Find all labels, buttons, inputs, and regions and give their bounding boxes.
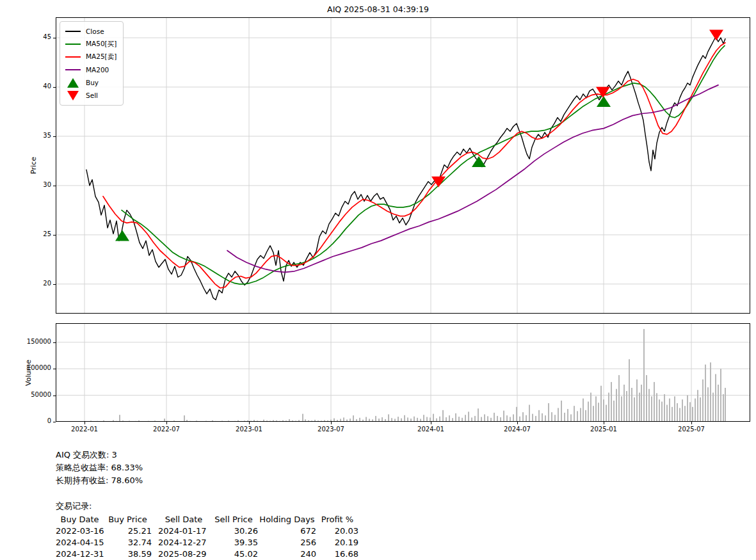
price-tick-mark — [53, 38, 56, 38]
volume-bar — [545, 415, 546, 422]
volume-bar — [548, 403, 549, 422]
volume-bar — [588, 402, 589, 422]
sell-triangle-icon — [65, 91, 81, 100]
volume-bar — [720, 369, 721, 422]
volume-bar — [542, 413, 543, 422]
volume-bar — [500, 417, 501, 422]
col-header-holding-days: Holding Days — [258, 514, 316, 525]
volume-bar — [623, 385, 625, 422]
price-tick-label: 25 — [18, 230, 51, 237]
sell-marker — [596, 87, 610, 98]
close-line-swatch-icon — [65, 31, 81, 32]
trades-table: Buy Date Buy Price Sell Date Sell Price … — [56, 514, 358, 560]
volume-bar — [494, 413, 495, 422]
volume-bar — [654, 382, 655, 422]
volume-bar — [600, 386, 602, 422]
trade-records-title: 交易记录: — [56, 500, 358, 513]
volume-bar — [608, 393, 609, 422]
volume-bar — [659, 399, 660, 422]
volume-bar — [656, 393, 657, 422]
x-tick-mark — [517, 422, 518, 424]
price-tick-label: 20 — [18, 280, 51, 287]
x-tick-label: 2023-01 — [229, 426, 269, 433]
volume-bar — [651, 396, 652, 422]
volume-bar — [639, 393, 640, 422]
volume-bar — [551, 412, 552, 422]
volume-bar — [631, 388, 632, 422]
price-tick-label: 30 — [18, 181, 51, 188]
volume-bar — [583, 399, 584, 422]
hold-return-line: 长期持有收益: 78.60% — [56, 474, 143, 487]
volume-bar — [516, 407, 517, 422]
volume-bar — [621, 396, 622, 422]
volume-bar — [702, 380, 704, 422]
buy-date-cell: 2024-04-15 — [56, 537, 104, 548]
price-tick-mark — [53, 186, 56, 186]
volume-bar — [577, 411, 578, 422]
volume-bar — [570, 414, 572, 422]
volume-bar — [641, 385, 642, 422]
volume-tick-label: 150000 — [18, 338, 51, 345]
trade-count-line: AIQ 交易次数: 3 — [56, 449, 143, 461]
volume-bar — [695, 399, 696, 422]
x-tick-label: 2022-01 — [64, 426, 105, 433]
ma25-line-swatch-icon — [65, 56, 81, 58]
volume-bar — [692, 407, 693, 422]
volume-bar — [616, 389, 617, 422]
volume-bar — [634, 397, 635, 422]
volume-tick-label: 50000 — [18, 391, 51, 398]
volume-bar — [666, 405, 668, 422]
volume-bar — [561, 401, 562, 422]
volume-bar — [388, 414, 389, 422]
volume-bar — [590, 393, 591, 422]
volume-bar — [723, 394, 724, 422]
x-tick-mark — [166, 422, 167, 424]
price-tick-label: 35 — [18, 132, 51, 139]
volume-bar — [510, 417, 511, 422]
buy-date-cell: 2024-12-31 — [56, 548, 104, 560]
sell-price-cell: 45.02 — [209, 548, 258, 560]
volume-bar — [554, 415, 556, 422]
volume-bar — [184, 415, 185, 422]
col-header-buy-price: Buy Price — [104, 514, 152, 525]
volume-bar — [697, 390, 698, 422]
legend-label: Close — [86, 28, 104, 35]
legend-label: MA200 — [86, 66, 109, 74]
volume-bar — [611, 382, 612, 422]
volume-bar — [382, 417, 383, 422]
volume-bar — [664, 394, 665, 422]
volume-bar — [574, 406, 575, 422]
legend-item-sell: Sell — [65, 89, 117, 102]
volume-bar — [718, 385, 719, 422]
holding-days-cell: 240 — [258, 548, 316, 560]
volume-bar — [439, 417, 440, 422]
price-chart-canvas — [56, 17, 750, 314]
volume-bar — [618, 375, 620, 422]
x-tick-mark — [84, 422, 85, 424]
trades-table-header: Buy Date Buy Price Sell Date Sell Price … — [56, 514, 358, 525]
price-plot: Close MA50[买] MA25[卖] MA200 Buy Sell — [56, 17, 750, 314]
volume-bar — [682, 399, 683, 422]
volume-bar — [705, 365, 706, 422]
volume-bar — [679, 408, 680, 422]
volume-bar — [487, 416, 488, 422]
volume-bar — [689, 402, 691, 422]
price-tick-mark — [53, 284, 56, 285]
volume-bar — [398, 417, 399, 422]
volume-bar — [465, 415, 466, 422]
buy-marker — [115, 230, 129, 241]
volume-bar — [519, 417, 520, 422]
price-tick-label: 45 — [18, 33, 51, 40]
volume-bar — [684, 406, 686, 422]
volume-bar — [474, 416, 476, 422]
volume-bar — [538, 410, 540, 422]
price-tick-mark — [53, 87, 56, 88]
volume-bar — [585, 410, 586, 422]
strategy-return-line: 策略总收益率: 68.33% — [56, 461, 143, 474]
buy-price-cell: 32.74 — [104, 537, 152, 548]
legend-label: Sell — [86, 92, 98, 99]
volume-bar — [715, 374, 716, 422]
trade-records: 交易记录: Buy Date Buy Price Sell Date Sell … — [56, 500, 358, 560]
volume-tick-mark — [53, 396, 56, 396]
x-tick-label: 2023-07 — [310, 426, 351, 433]
